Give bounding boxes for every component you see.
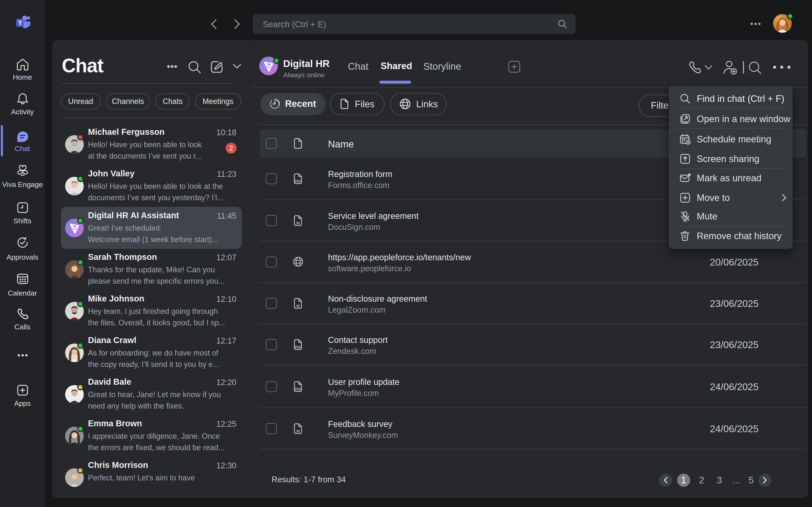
svg-text:PDF: PDF bbox=[295, 387, 301, 391]
svg-text:W: W bbox=[297, 221, 300, 225]
svg-text:PDF: PDF bbox=[295, 345, 301, 349]
svg-text:PDF: PDF bbox=[295, 180, 301, 183]
svg-text:T: T bbox=[18, 20, 22, 26]
svg-text:W: W bbox=[297, 304, 300, 308]
svg-text:W: W bbox=[297, 430, 300, 433]
